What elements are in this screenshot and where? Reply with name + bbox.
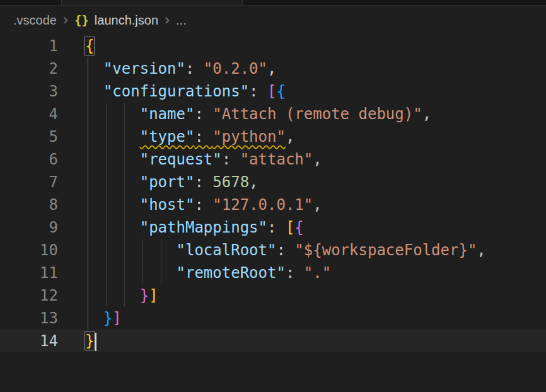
chevron-right-icon: ›	[62, 12, 69, 27]
code-token: ,	[267, 60, 276, 78]
code-line[interactable]: 6 "request": "attach",	[0, 148, 546, 171]
code-token: :	[286, 264, 304, 282]
code-token: }	[103, 309, 112, 327]
code-token: "type"	[140, 128, 195, 146]
line-number[interactable]: 10	[0, 239, 58, 262]
code-token: "name"	[140, 105, 195, 123]
code-line[interactable]: 13 }]	[0, 307, 546, 330]
code-token	[85, 128, 140, 146]
code-line-text: "host": "127.0.0.1",	[85, 193, 322, 216]
code-token: "attach"	[240, 151, 313, 168]
code-token	[85, 196, 140, 214]
code-token: [	[267, 83, 276, 100]
breadcrumb-folder[interactable]: .vscode	[13, 13, 57, 28]
line-number[interactable]: 11	[0, 262, 58, 284]
line-number[interactable]: 7	[0, 171, 58, 193]
code-line-text: }]	[85, 284, 158, 307]
code-line[interactable]: 4 "name": "Attach (remote debug)",	[0, 103, 546, 125]
code-token: {	[276, 83, 285, 100]
code-line-text: "pathMappings": [{	[85, 216, 304, 239]
code-line-text: "type": "python",	[85, 125, 294, 148]
code-line-text: "version": "0.2.0",	[85, 57, 276, 80]
code-token: ,	[422, 105, 431, 123]
chevron-right-icon: ›	[164, 12, 170, 27]
code-line-text: }]	[85, 307, 122, 330]
code-token: "port"	[140, 173, 195, 191]
line-number[interactable]: 3	[0, 80, 58, 103]
code-line-text: "localRoot": "${workspaceFolder}",	[85, 239, 486, 262]
code-token: :	[194, 128, 212, 146]
code-token	[85, 287, 140, 304]
line-number[interactable]: 8	[0, 193, 58, 216]
code-token: :	[185, 60, 204, 78]
code-token: :	[249, 83, 267, 100]
line-number[interactable]: 12	[0, 284, 58, 307]
code-token: "pathMappings"	[140, 219, 267, 236]
code-token	[85, 309, 103, 327]
line-number[interactable]: 13	[0, 307, 58, 330]
code-token: "localRoot"	[177, 241, 277, 259]
code-token: "${workspaceFolder}"	[294, 241, 477, 259]
code-token: "."	[304, 264, 331, 282]
code-token: "0.2.0"	[204, 60, 267, 78]
code-line-text: "request": "attach",	[85, 148, 322, 171]
code-token: ,	[286, 128, 294, 146]
code-line[interactable]: 1{	[0, 35, 546, 57]
code-line-text: "remoteRoot": "."	[85, 262, 331, 284]
line-number[interactable]: 14	[0, 330, 58, 352]
breadcrumb: .vscode › {} launch.json › ...	[0, 6, 546, 35]
code-token: "python"	[212, 128, 286, 146]
code-line[interactable]: 5 "type": "python",	[0, 125, 546, 148]
line-number[interactable]: 4	[0, 103, 58, 125]
code-token: "host"	[140, 196, 195, 214]
code-token: ,	[477, 241, 485, 259]
code-line[interactable]: 12 }]	[0, 284, 546, 307]
line-number[interactable]: 2	[0, 57, 58, 80]
active-tab-bottom-edge[interactable]	[61, 0, 243, 5]
code-token: }	[140, 287, 149, 304]
line-number[interactable]: 1	[0, 35, 58, 57]
line-number[interactable]: 6	[0, 148, 58, 171]
breadcrumb-file[interactable]: launch.json	[95, 13, 158, 28]
code-line[interactable]: 11 "remoteRoot": "."	[0, 262, 546, 284]
code-token: ,	[313, 196, 322, 214]
code-token: :	[194, 196, 212, 214]
line-number[interactable]: 9	[0, 216, 58, 239]
code-token: "version"	[103, 60, 185, 78]
code-line[interactable]: 3 "configurations": [{	[0, 80, 546, 103]
code-token	[85, 219, 140, 236]
text-cursor	[95, 333, 96, 351]
code-token: [	[286, 219, 294, 236]
code-line[interactable]: 10 "localRoot": "${workspaceFolder}",	[0, 239, 546, 262]
code-line[interactable]: 8 "host": "127.0.0.1",	[0, 193, 546, 216]
code-line-text: "port": 5678,	[85, 171, 258, 193]
code-token: ]	[149, 287, 158, 304]
vscode-editor-window: .vscode › {} launch.json › ... 1{2 "vers…	[0, 0, 546, 352]
tab-bar-sliver	[0, 0, 546, 6]
code-token: ,	[249, 173, 258, 191]
code-token: 5678	[212, 173, 249, 191]
code-token: ,	[313, 151, 322, 168]
code-token: "request"	[140, 151, 222, 168]
code-line[interactable]: 9 "pathMappings": [{	[0, 216, 546, 239]
code-lines: 1{2 "version": "0.2.0",3 "configurations…	[0, 35, 546, 352]
code-line-text: "configurations": [{	[85, 80, 286, 103]
line-number[interactable]: 5	[0, 125, 58, 148]
code-line[interactable]: 2 "version": "0.2.0",	[0, 57, 546, 80]
code-token: "Attach (remote debug)"	[212, 105, 422, 123]
breadcrumb-symbol-ellipsis[interactable]: ...	[176, 13, 187, 28]
code-editor[interactable]: 1{2 "version": "0.2.0",3 "configurations…	[0, 35, 546, 352]
code-line[interactable]: 14}	[0, 330, 546, 352]
code-token	[85, 264, 177, 282]
code-line-text: {	[85, 35, 94, 57]
code-token: {	[294, 219, 303, 236]
code-token	[85, 241, 177, 259]
code-token	[85, 173, 140, 191]
code-token	[85, 151, 140, 168]
code-token: :	[194, 105, 212, 123]
code-token	[85, 105, 140, 123]
code-token: {	[85, 37, 94, 55]
code-line[interactable]: 7 "port": 5678,	[0, 171, 546, 193]
code-token: "127.0.0.1"	[212, 196, 313, 214]
code-token: :	[276, 241, 294, 259]
